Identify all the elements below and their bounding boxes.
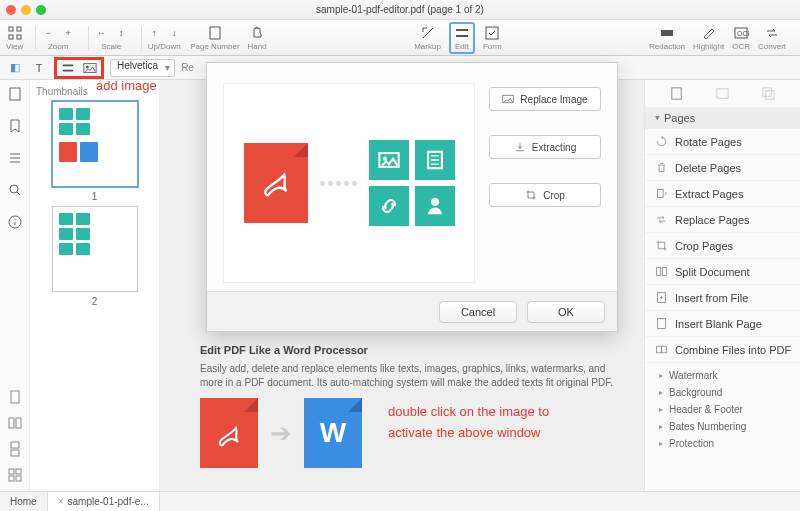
fit-height-icon[interactable]: ↕ (113, 25, 129, 41)
rp-tab-page-icon[interactable] (669, 86, 684, 101)
page-down-icon[interactable]: ↓ (166, 25, 182, 41)
svg-rect-20 (763, 88, 771, 96)
tab-document-1[interactable]: ×sample-01-pdf-e... (48, 492, 160, 511)
outline-icon[interactable] (7, 150, 23, 166)
bookmarks-icon[interactable] (7, 118, 23, 134)
combine-icon (655, 343, 668, 356)
tool-highlight[interactable]: Highlight (693, 25, 724, 51)
tool-redaction[interactable]: Redaction (649, 25, 685, 51)
close-tab-icon[interactable]: × (58, 496, 64, 507)
text-tool-icon[interactable]: T (30, 59, 48, 77)
rotate-icon (655, 135, 668, 148)
rp-split-document[interactable]: Split Document (645, 259, 800, 285)
tool-view[interactable]: View (6, 25, 23, 51)
font-family-select[interactable]: Helvetica ▾ (110, 59, 175, 77)
thumbnail-page-2[interactable] (52, 206, 138, 292)
rp-bates-numbering[interactable]: Bates Numbering (645, 418, 800, 435)
svg-rect-33 (11, 450, 19, 456)
rp-replace-pages[interactable]: Replace Pages (645, 207, 800, 233)
svg-rect-22 (657, 189, 663, 197)
export-icon (514, 141, 526, 153)
rp-delete-pages[interactable]: Delete Pages (645, 155, 800, 181)
rp-pages-header[interactable]: Pages (645, 107, 800, 129)
tile-person-icon (415, 186, 455, 226)
page-up-icon[interactable]: ↑ (146, 25, 162, 41)
tool-view-label: View (6, 42, 23, 51)
single-page-icon[interactable] (7, 389, 23, 405)
close-window-icon[interactable] (6, 5, 16, 15)
tool-scale[interactable]: ↔↕ Scale (93, 25, 129, 51)
replace-image-button[interactable]: Replace Image (489, 87, 601, 111)
pdf-file-icon[interactable] (200, 398, 258, 468)
svg-rect-24 (662, 267, 666, 275)
rp-protection[interactable]: Protection (645, 435, 800, 452)
svg-rect-0 (9, 27, 13, 31)
word-file-icon[interactable]: W (304, 398, 362, 468)
tool-convert[interactable]: Convert (758, 25, 786, 51)
svg-rect-28 (662, 346, 667, 353)
svg-rect-7 (486, 27, 498, 39)
fit-width-icon[interactable]: ↔ (93, 25, 109, 41)
rp-rotate-pages[interactable]: Rotate Pages (645, 129, 800, 155)
doc-body: Easily add, delete and replace elements … (200, 362, 618, 390)
rp-extract-pages[interactable]: Extract Pages (645, 181, 800, 207)
maximize-window-icon[interactable] (36, 5, 46, 15)
cancel-button[interactable]: Cancel (439, 301, 517, 323)
minimize-window-icon[interactable] (21, 5, 31, 15)
traffic-lights[interactable] (6, 5, 46, 15)
tab-home[interactable]: Home (0, 492, 48, 511)
two-page-icon[interactable] (7, 415, 23, 431)
svg-rect-12 (63, 69, 74, 71)
rp-header-footer[interactable]: Header & Footer (645, 401, 800, 418)
crop-image-button[interactable]: Crop (489, 183, 601, 207)
tool-markup-label: Markup (414, 42, 441, 51)
rp-combine-files[interactable]: Combine Files into PDF (645, 337, 800, 363)
tool-pagenum[interactable]: Page Number (190, 25, 239, 51)
tool-zoom[interactable]: − + Zoom (40, 25, 76, 51)
thumbnails-panel: Thumbnails 1 2 (30, 80, 160, 491)
rp-tab-layers-icon[interactable] (761, 86, 776, 101)
tool-pagenum-label: Page Number (190, 42, 239, 51)
tool-ocr[interactable]: OCR OCR (732, 25, 750, 51)
tool-hand[interactable]: Hand (248, 25, 267, 51)
arrow-right-icon: ➔ (270, 418, 292, 449)
image-edit-dialog: Replace Image Extracting Crop Cancel OK (206, 62, 618, 332)
tile-image-icon (369, 140, 409, 180)
thumbnails-icon[interactable] (7, 86, 23, 102)
grid-icon (7, 25, 23, 41)
tool-convert-label: Convert (758, 42, 786, 51)
image-tools-highlight (54, 57, 104, 79)
info-icon[interactable] (7, 214, 23, 230)
tool-form[interactable]: Form (483, 25, 502, 51)
rp-tab-annot-icon[interactable] (715, 86, 730, 101)
svg-rect-15 (10, 88, 20, 100)
rp-crop-pages[interactable]: Crop Pages (645, 233, 800, 259)
tool-markup[interactable]: Markup (414, 25, 441, 51)
tool-edit[interactable]: Edit (449, 22, 475, 54)
zoom-in-icon[interactable]: + (60, 25, 76, 41)
thumbnail-page-1[interactable] (52, 101, 138, 187)
zoom-out-icon[interactable]: − (40, 25, 56, 41)
ok-button[interactable]: OK (527, 301, 605, 323)
add-image-icon[interactable] (81, 59, 99, 77)
svg-rect-27 (657, 346, 662, 353)
grid-view-icon[interactable] (7, 467, 23, 483)
hand-icon (249, 25, 265, 41)
svg-rect-3 (17, 35, 21, 39)
tool-updown[interactable]: ↑↓ Up/Down (146, 25, 182, 51)
search-icon[interactable] (7, 182, 23, 198)
continuous-icon[interactable] (7, 441, 23, 457)
main-toolbar: View − + Zoom ↔↕ Scale ↑↓ Up/Down Page N… (0, 20, 800, 56)
add-text-block-icon[interactable] (59, 59, 77, 77)
svg-rect-34 (9, 469, 14, 474)
svg-rect-37 (16, 476, 21, 481)
rp-insert-from-file[interactable]: Insert from File (645, 285, 800, 311)
rp-watermark[interactable]: Watermark (645, 367, 800, 384)
extract-image-button[interactable]: Extracting (489, 135, 601, 159)
form-icon (484, 25, 500, 41)
panel-toggle-icon[interactable]: ◧ (6, 59, 24, 77)
svg-point-16 (10, 185, 18, 193)
rp-insert-blank[interactable]: Insert Blank Page (645, 311, 800, 337)
rp-background[interactable]: Background (645, 384, 800, 401)
thumbnail-1-number: 1 (36, 191, 153, 202)
